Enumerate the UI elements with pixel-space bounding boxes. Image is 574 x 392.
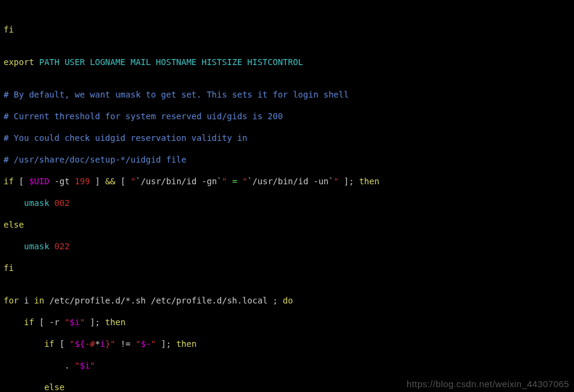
keyword-do: do xyxy=(283,296,293,305)
var-i: $i xyxy=(70,317,80,327)
cmdsubst: `/usr/bin/id -gn` xyxy=(136,176,222,186)
quote: " xyxy=(70,339,75,349)
keyword-export: export xyxy=(4,57,34,67)
number: 022 xyxy=(54,241,69,251)
keyword-fi: fi xyxy=(4,25,14,34)
code-line: for i in /etc/profile.d/*.sh /etc/profil… xyxy=(4,295,570,306)
watermark-text: https://blog.csdn.net/weixin_44307065 xyxy=(407,379,569,390)
quote: " xyxy=(136,339,140,349)
code-line: . "$i" xyxy=(4,360,570,371)
quote: " xyxy=(80,317,84,327)
comment: # /usr/share/doc/setup-*/uidgid file xyxy=(4,155,186,164)
quote: " xyxy=(151,339,156,349)
quote: " xyxy=(242,176,247,186)
code-line: fi xyxy=(4,24,570,35)
quote: " xyxy=(131,176,136,186)
comment-line: # Current threshold for system reserved … xyxy=(4,111,570,122)
param-open: ${ xyxy=(75,339,85,349)
code-line: umask 022 xyxy=(4,241,570,252)
bracket: [ xyxy=(115,176,130,186)
code-line: if [ "${-#*i}" != "$-" ]; then xyxy=(4,338,570,349)
keyword-if: if xyxy=(4,176,14,186)
export-vars: PATH USER LOGNAME MAIL HOSTNAME HISTSIZE… xyxy=(34,57,304,67)
code-line: fi xyxy=(4,263,570,273)
code-line: export PATH USER LOGNAME MAIL HOSTNAME H… xyxy=(4,57,570,67)
bracket: ] xyxy=(90,176,105,186)
bracket: [ xyxy=(54,339,69,349)
indent xyxy=(4,198,24,208)
indent-dot: . xyxy=(4,361,75,370)
var-uid: $UID xyxy=(29,176,49,186)
glob-path: /etc/profile.d/*.sh /etc/profile.d/sh.lo… xyxy=(44,296,282,305)
number: 002 xyxy=(54,198,69,208)
comment: # You could check uidgid reservation val… xyxy=(4,133,248,143)
comment: # Current threshold for system reserved … xyxy=(4,111,283,121)
keyword-else: else xyxy=(44,382,64,392)
code-line: umask 002 xyxy=(4,198,570,208)
keyword-else: else xyxy=(4,220,24,229)
cmd-umask: umask xyxy=(24,241,49,251)
quote: " xyxy=(64,317,69,327)
var-i: i xyxy=(100,339,105,349)
keyword-for: for xyxy=(4,296,19,305)
indent xyxy=(4,241,24,251)
cmd-umask: umask xyxy=(24,198,49,208)
bracket: ]; xyxy=(156,339,176,349)
keyword-then: then xyxy=(359,176,379,186)
keyword-fi: fi xyxy=(4,263,14,273)
cmdsubst: `/usr/bin/id -un` xyxy=(248,176,334,186)
bracket: [ xyxy=(14,176,29,186)
comment: # By default, we want umask to get set. … xyxy=(4,90,349,99)
comment-line: # By default, we want umask to get set. … xyxy=(4,89,570,100)
op-eq: = xyxy=(227,176,242,186)
comment-line: # /usr/share/doc/setup-*/uidgid file xyxy=(4,154,570,165)
number: 199 xyxy=(75,176,90,186)
keyword-then: then xyxy=(176,339,197,349)
code-line: if [ $UID -gt 199 ] && [ "`/usr/bin/id -… xyxy=(4,176,570,187)
keyword-then: then xyxy=(105,317,126,327)
indent xyxy=(4,317,24,327)
keyword-in: in xyxy=(34,296,45,305)
bracket: ]; xyxy=(85,317,105,327)
comment-line: # You could check uidgid reservation val… xyxy=(4,132,570,143)
bracket: [ -r xyxy=(34,317,65,327)
quote: " xyxy=(90,361,95,370)
star: * xyxy=(95,339,100,349)
quote: " xyxy=(222,176,227,186)
op-neq: != xyxy=(115,339,136,349)
op-gt: -gt xyxy=(49,176,75,186)
var-i: $i xyxy=(80,361,90,370)
keyword-if: if xyxy=(44,339,54,349)
keyword-if: if xyxy=(24,317,34,327)
terminal-window: fi export PATH USER LOGNAME MAIL HOSTNAM… xyxy=(0,0,574,392)
indent xyxy=(4,382,44,392)
op-and: && xyxy=(105,176,116,186)
bracket: ]; xyxy=(338,176,359,186)
code-line: if [ -r "$i" ]; then xyxy=(4,317,570,328)
var-i: i xyxy=(19,296,34,305)
dash-hash: -# xyxy=(85,339,95,349)
indent xyxy=(4,339,44,349)
close-q: }" xyxy=(105,339,116,349)
code-line: else xyxy=(4,219,570,230)
dollar-dash: $- xyxy=(141,339,151,349)
